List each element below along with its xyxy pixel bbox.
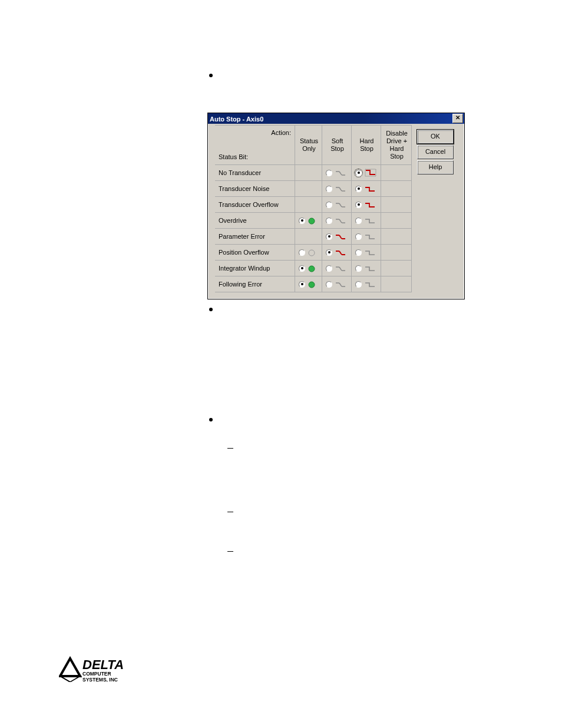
cell-hard-stop[interactable]	[351, 212, 381, 228]
ok-button[interactable]: OK	[417, 130, 454, 144]
radio-hard[interactable]	[355, 170, 362, 176]
hard-icon	[365, 248, 375, 256]
delta-logo-icon	[60, 658, 80, 682]
help-label: Help	[429, 163, 442, 170]
cell-disable-drive[interactable]	[381, 260, 411, 276]
cell-soft-stop[interactable]	[322, 164, 351, 180]
header-status-only: StatusOnly	[295, 125, 322, 164]
table-row: Transducer Overflow	[215, 196, 411, 212]
radio-status_only[interactable]	[299, 265, 305, 272]
cell-status-only[interactable]	[295, 244, 322, 260]
statusbit-label: Parameter Error	[215, 228, 295, 244]
dash-icon	[227, 512, 233, 512]
radio-soft[interactable]	[326, 218, 332, 224]
cell-soft-stop[interactable]	[322, 276, 351, 292]
table-row: Integrator Windup	[215, 260, 411, 276]
cell-disable-drive[interactable]	[381, 244, 411, 260]
statusbit-label: Transducer Overflow	[215, 196, 295, 212]
radio-soft[interactable]	[326, 265, 332, 272]
statusbit-label: Transducer Noise	[215, 180, 295, 196]
cancel-button[interactable]: Cancel	[417, 145, 454, 159]
cell-disable-drive[interactable]	[381, 164, 411, 180]
cell-disable-drive[interactable]	[381, 212, 411, 228]
cell-hard-stop[interactable]	[351, 180, 381, 196]
statusbit-label: Overdrive	[215, 212, 295, 228]
radio-status_only[interactable]	[299, 249, 305, 256]
hard-icon	[365, 232, 375, 240]
cell-hard-stop[interactable]	[351, 164, 381, 180]
cell-hard-stop[interactable]	[351, 276, 381, 292]
radio-soft[interactable]	[326, 202, 332, 208]
close-button[interactable]: ✕	[452, 114, 463, 123]
dash-icon	[227, 551, 233, 552]
radio-hard[interactable]	[355, 249, 362, 256]
radio-hard[interactable]	[355, 186, 362, 192]
autostop-dialog: Auto Stop - Axis0 ✕ OK Cancel Help Actio…	[207, 113, 465, 299]
logo-brand: DELTA	[82, 657, 124, 672]
radio-soft[interactable]	[326, 249, 332, 256]
cell-disable-drive[interactable]	[381, 180, 411, 196]
bullet-icon	[209, 74, 213, 77]
cell-status-only[interactable]	[295, 276, 322, 292]
radio-soft[interactable]	[326, 170, 332, 176]
dash-icon	[227, 448, 233, 449]
logo-sub1: COMPUTER	[82, 671, 111, 677]
radio-status_only[interactable]	[299, 218, 305, 224]
cell-disable-drive[interactable]	[381, 228, 411, 244]
hard-icon	[365, 185, 375, 192]
cell-hard-stop[interactable]	[351, 196, 381, 212]
radio-hard[interactable]	[355, 265, 362, 272]
header-row: Action: Status Bit: StatusOnly SoftStop …	[215, 125, 411, 164]
cell-soft-stop[interactable]	[322, 228, 351, 244]
radio-soft[interactable]	[326, 186, 332, 192]
soft-icon	[335, 216, 346, 224]
table-row: Transducer Noise	[215, 180, 411, 196]
statusbit-label: Integrator Windup	[215, 260, 295, 276]
cell-disable-drive[interactable]	[381, 196, 411, 212]
cell-status-only[interactable]	[295, 180, 322, 196]
hard-icon	[365, 200, 375, 208]
cell-soft-stop[interactable]	[322, 196, 351, 212]
cell-status-only[interactable]	[295, 260, 322, 276]
cell-status-only[interactable]	[295, 164, 322, 180]
hard-icon	[365, 280, 375, 288]
soft-icon	[335, 200, 346, 208]
delta-logo: DELTA COMPUTER SYSTEMS, INC	[59, 656, 141, 682]
titlebar: Auto Stop - Axis0 ✕	[208, 113, 464, 124]
header-disable-drive: DisableDrive +HardStop	[381, 125, 411, 164]
soft-icon	[335, 232, 346, 240]
cell-status-only[interactable]	[295, 212, 322, 228]
radio-soft[interactable]	[326, 233, 332, 240]
cell-hard-stop[interactable]	[351, 228, 381, 244]
ok-label: OK	[431, 133, 440, 140]
cell-soft-stop[interactable]	[322, 244, 351, 260]
autostop-grid: Action: Status Bit: StatusOnly SoftStop …	[215, 125, 412, 292]
dialog-title: Auto Stop - Axis0	[210, 115, 452, 123]
table-row: Following Error	[215, 276, 411, 292]
radio-status_only[interactable]	[299, 281, 305, 288]
cell-soft-stop[interactable]	[322, 180, 351, 196]
hard-icon	[365, 216, 375, 224]
radio-soft[interactable]	[326, 281, 332, 288]
statusbit-label: Position Overflow	[215, 244, 295, 260]
cell-soft-stop[interactable]	[322, 212, 351, 228]
soft-icon	[335, 248, 346, 256]
header-soft-stop: SoftStop	[322, 125, 351, 164]
table-row: Overdrive	[215, 212, 411, 228]
header-action-label: Action:	[271, 129, 291, 137]
radio-hard[interactable]	[355, 202, 362, 208]
radio-hard[interactable]	[355, 233, 362, 240]
hard-icon	[365, 264, 375, 272]
cancel-label: Cancel	[425, 148, 445, 155]
cell-hard-stop[interactable]	[351, 244, 381, 260]
radio-hard[interactable]	[355, 218, 362, 224]
soft-icon	[335, 280, 346, 288]
cell-hard-stop[interactable]	[351, 260, 381, 276]
cell-status-only[interactable]	[295, 196, 322, 212]
radio-hard[interactable]	[355, 281, 362, 288]
cell-status-only[interactable]	[295, 228, 322, 244]
cell-soft-stop[interactable]	[322, 260, 351, 276]
soft-icon	[335, 264, 346, 272]
cell-disable-drive[interactable]	[381, 276, 411, 292]
help-button[interactable]: Help	[417, 160, 454, 174]
